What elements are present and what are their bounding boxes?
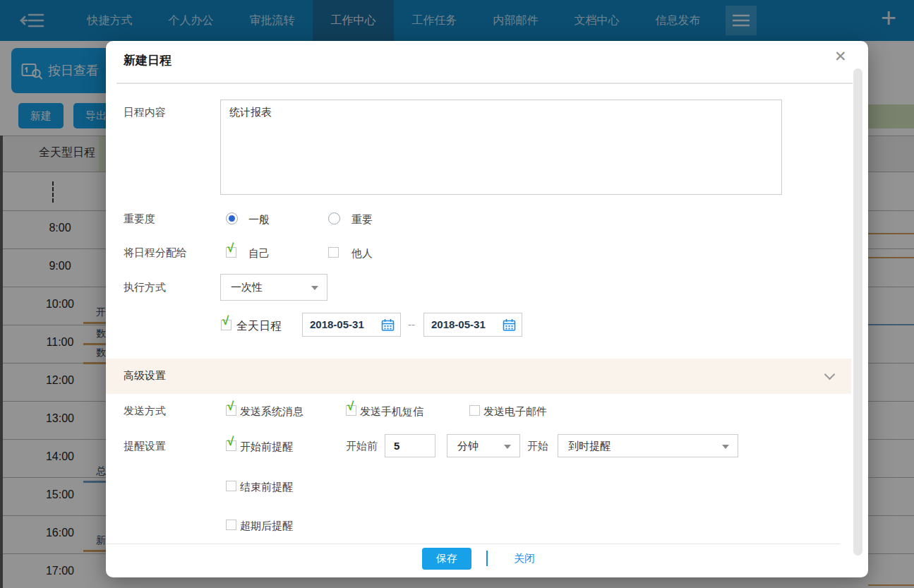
dialog-scrollbar[interactable] <box>853 68 862 556</box>
remind-overdue-row: 超期后提醒 <box>106 518 851 534</box>
header-divider <box>116 83 853 84</box>
checkbox-self[interactable]: √ <box>226 247 236 258</box>
checkbox-others-label[interactable]: 他人 <box>351 247 373 260</box>
calendar-icon[interactable] <box>381 318 395 332</box>
time-unit-select[interactable]: 分钟 <box>447 434 520 457</box>
checkbox-remind-before-end[interactable] <box>226 481 236 491</box>
all-day-label[interactable]: 全天日程 <box>236 319 282 334</box>
checkbox-others[interactable] <box>328 247 339 258</box>
checkbox-system-message[interactable]: √ <box>226 405 236 416</box>
remind-before-end-row: 结束前提醒 <box>106 479 851 495</box>
dialog-title: 新建日程 <box>124 52 172 68</box>
radio-important[interactable] <box>328 212 340 224</box>
checkbox-self-label[interactable]: 自己 <box>248 247 270 260</box>
start-label: 开始 <box>527 440 548 453</box>
before-start-label: 开始前 <box>346 440 378 453</box>
remind-mode-value: 到时提醒 <box>568 439 611 452</box>
importance-label: 重要度 <box>124 212 155 226</box>
remind-settings-label: 提醒设置 <box>124 440 166 453</box>
check-icon: √ <box>222 314 229 328</box>
checkbox-remind-before-start[interactable]: √ <box>226 440 236 451</box>
exec-mode-select[interactable]: 一次性 <box>220 274 327 301</box>
save-button[interactable]: 保存 <box>422 548 471 570</box>
assign-label: 将日程分配给 <box>124 246 187 260</box>
checkbox-remind-before-end-label[interactable]: 结束前提醒 <box>240 481 293 494</box>
checkbox-remind-overdue-label[interactable]: 超期后提醒 <box>240 520 293 533</box>
remind-mode-select[interactable]: 到时提醒 <box>558 434 738 457</box>
exec-mode-label: 执行方式 <box>124 281 166 294</box>
date-range-separator: -- <box>408 318 415 330</box>
minutes-before-input[interactable] <box>385 434 435 457</box>
check-icon: √ <box>227 435 234 449</box>
remind-settings-row: 提醒设置 √ 开始前提醒 开始前 分钟 开始 到时提醒 <box>106 434 851 460</box>
time-unit-value: 分钟 <box>457 439 479 452</box>
checkbox-all-day[interactable]: √ <box>221 320 231 330</box>
checkbox-email-label[interactable]: 发送电子邮件 <box>483 405 547 419</box>
all-day-row: √ 全天日程 2018-05-31 -- 201 <box>106 313 851 338</box>
checkbox-remind-overdue[interactable] <box>226 520 236 530</box>
radio-important-label[interactable]: 重要 <box>351 213 373 227</box>
checkbox-remind-before-start-label[interactable]: 开始前提醒 <box>240 440 293 454</box>
start-date-value: 2018-05-31 <box>310 318 364 330</box>
checkbox-sms-label[interactable]: 发送手机短信 <box>360 405 423 419</box>
checkbox-sms[interactable]: √ <box>346 405 356 416</box>
calendar-icon[interactable] <box>503 318 516 332</box>
chevron-down-icon <box>504 445 511 449</box>
chevron-down-icon <box>722 445 729 449</box>
footer-separator <box>486 551 488 566</box>
checkbox-system-message-label[interactable]: 发送系统消息 <box>240 405 303 419</box>
check-icon: √ <box>227 400 234 414</box>
send-method-label: 发送方式 <box>124 404 166 418</box>
end-date-input[interactable]: 2018-05-31 <box>423 313 522 337</box>
advanced-settings-label: 高级设置 <box>124 369 166 383</box>
content-label: 日程内容 <box>124 106 166 119</box>
app-root: 快捷方式 个人办公 审批流转 工作中心 工作任务 内部邮件 文档中心 信息发布 … <box>0 0 914 588</box>
radio-normal-label[interactable]: 一般 <box>248 213 270 227</box>
end-date-value: 2018-05-31 <box>431 318 486 330</box>
footer-divider <box>106 544 840 544</box>
send-method-row: 发送方式 √ 发送系统消息 √ 发送手机短信 发送电子邮件 <box>106 404 851 419</box>
exec-mode-value: 一次性 <box>231 281 263 294</box>
chevron-down-icon <box>824 369 836 380</box>
advanced-settings-bar[interactable]: 高级设置 <box>106 359 851 394</box>
check-icon: √ <box>347 400 354 414</box>
check-icon: √ <box>227 241 234 256</box>
new-schedule-dialog: 新建日程 ✕ 日程内容 统计报表 重要度 一般 重要 将日程分配给 √ 自己 他… <box>106 41 868 577</box>
exec-mode-row: 执行方式 一次性 <box>106 274 851 302</box>
chevron-down-icon <box>311 286 318 290</box>
checkbox-email[interactable] <box>469 405 480 416</box>
schedule-content-input[interactable]: 统计报表 <box>220 100 782 195</box>
radio-normal[interactable] <box>226 212 238 224</box>
importance-row: 重要度 一般 重要 <box>106 212 851 227</box>
close-link[interactable]: 关闭 <box>514 552 535 565</box>
start-date-input[interactable]: 2018-05-31 <box>302 313 401 337</box>
assign-row: 将日程分配给 √ 自己 他人 <box>106 246 851 261</box>
close-icon[interactable]: ✕ <box>834 48 847 65</box>
